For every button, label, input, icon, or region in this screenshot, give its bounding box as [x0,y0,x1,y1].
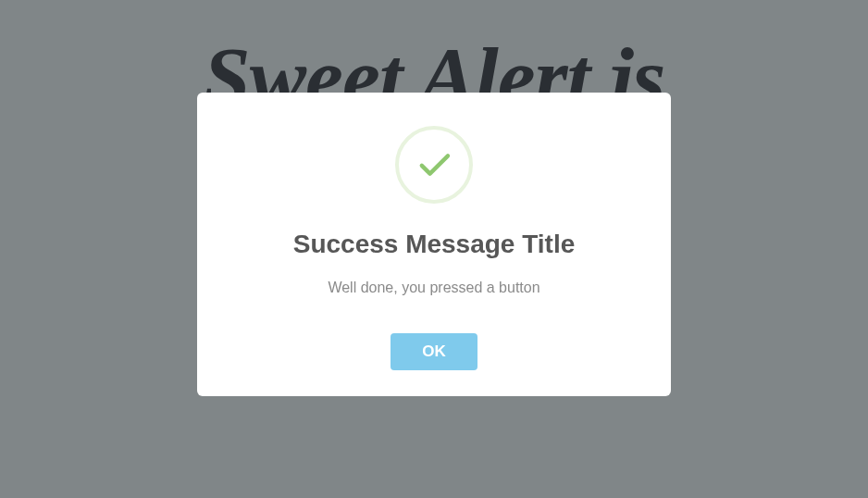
alert-modal: Success Message Title Well done, you pre… [197,93,671,396]
alert-title: Success Message Title [225,230,643,259]
ok-button[interactable]: OK [391,333,477,370]
alert-text: Well done, you pressed a button [225,280,643,296]
check-icon [414,144,454,185]
success-icon [395,126,473,204]
